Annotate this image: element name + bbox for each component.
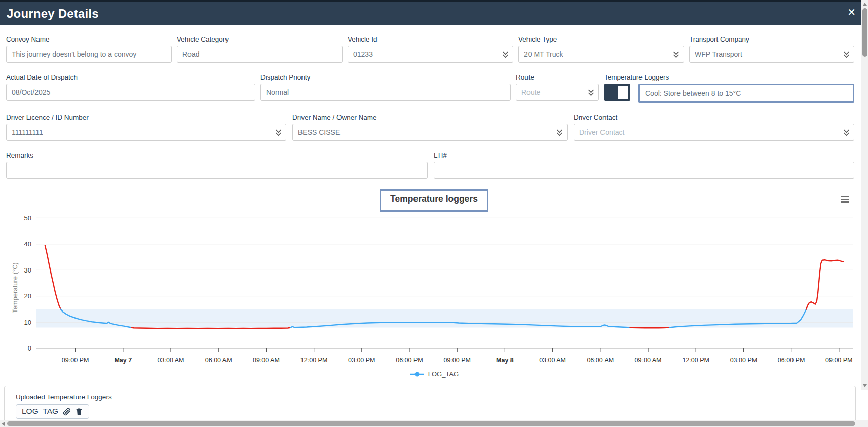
vehicle-type-label: Vehicle Type — [518, 35, 684, 43]
chevron-down-icon — [556, 129, 563, 136]
svg-text:06:00 AM: 06:00 AM — [205, 357, 232, 364]
svg-text:03:00 AM: 03:00 AM — [158, 357, 184, 364]
svg-text:40: 40 — [24, 240, 31, 248]
toggle-knob — [618, 86, 628, 99]
svg-text:09:00 PM: 09:00 PM — [825, 357, 853, 364]
remarks-input[interactable] — [12, 166, 423, 174]
svg-text:09:00 AM: 09:00 AM — [635, 357, 662, 364]
lti-field[interactable] — [434, 162, 854, 179]
form-row-3: Driver Licence / ID Number Driver Name /… — [6, 113, 854, 141]
dispatch-priority-input[interactable] — [266, 88, 506, 96]
route-select[interactable] — [516, 84, 599, 101]
form-row-4: Remarks LTI# — [6, 151, 854, 179]
driver-name-label: Driver Name / Owner Name — [292, 113, 568, 121]
driver-contact-select[interactable] — [574, 124, 854, 141]
convoy-name-label: Convoy Name — [6, 35, 172, 43]
scroll-left-icon[interactable] — [2, 422, 5, 426]
vehicle-category-label: Vehicle Category — [177, 35, 343, 43]
dispatch-priority-field[interactable] — [260, 84, 511, 101]
svg-text:03:00 PM: 03:00 PM — [348, 357, 375, 364]
vehicle-type-select[interactable] — [518, 46, 684, 63]
lti-input[interactable] — [439, 166, 850, 174]
dispatch-priority-label: Dispatch Priority — [260, 73, 511, 81]
driver-name-select[interactable] — [292, 124, 568, 141]
remarks-label: Remarks — [6, 151, 428, 159]
vehicle-id-select[interactable] — [348, 46, 513, 63]
chevron-down-icon — [843, 51, 850, 58]
driver-contact-label: Driver Contact — [574, 113, 854, 121]
svg-text:May 8: May 8 — [496, 357, 514, 364]
svg-text:06:00 PM: 06:00 PM — [778, 357, 805, 364]
page-title: Journey Details — [7, 7, 99, 21]
lti-label: LTI# — [434, 151, 854, 159]
logger-file-name: LOG_TAG — [22, 407, 58, 416]
chevron-down-icon — [275, 129, 282, 136]
convoy-name-field[interactable] — [6, 46, 172, 63]
form-row-2: Actual Date of Dispatch Dispatch Priorit… — [6, 73, 854, 103]
modal-header: Journey Details ✕ — [0, 2, 868, 25]
chevron-down-icon — [673, 51, 680, 58]
chart-menu-icon[interactable] — [841, 196, 849, 204]
svg-text:06:00 PM: 06:00 PM — [396, 357, 423, 364]
actual-date-field[interactable] — [6, 84, 255, 101]
vehicle-category-input[interactable] — [182, 50, 338, 58]
svg-text:09:00 PM: 09:00 PM — [62, 357, 89, 364]
svg-text:May 7: May 7 — [114, 357, 132, 364]
form-row-1: Convoy Name Vehicle Category Vehicle Id … — [6, 35, 854, 63]
horizontal-scrollbar[interactable] — [0, 420, 868, 427]
legend-marker-icon — [409, 371, 425, 377]
vehicle-category-field[interactable] — [177, 46, 343, 63]
temperature-chart: 01020304050Temperature (°C)09:00 PMMay 7… — [0, 212, 861, 369]
svg-text:20: 20 — [24, 292, 31, 300]
chevron-down-icon — [843, 129, 850, 136]
vehicle-type-input[interactable] — [524, 50, 670, 58]
close-icon[interactable]: ✕ — [847, 7, 856, 17]
chart-header: Temperature loggers — [0, 189, 868, 212]
temperature-loggers-field[interactable] — [638, 84, 854, 103]
svg-text:10: 10 — [24, 319, 31, 326]
remarks-field[interactable] — [6, 162, 428, 179]
chevron-down-icon — [502, 51, 509, 58]
transport-company-input[interactable] — [695, 50, 840, 58]
svg-text:50: 50 — [24, 214, 31, 222]
actual-date-input[interactable] — [12, 88, 251, 96]
driver-licence-label: Driver Licence / ID Number — [6, 113, 286, 121]
svg-text:12:00 PM: 12:00 PM — [300, 357, 328, 364]
vertical-scroll-thumb[interactable] — [862, 8, 867, 57]
svg-text:Temperature (°C): Temperature (°C) — [11, 262, 19, 313]
route-label: Route — [516, 73, 599, 81]
vehicle-id-input[interactable] — [353, 50, 499, 58]
vertical-scrollbar[interactable] — [861, 0, 868, 390]
driver-licence-input[interactable] — [12, 128, 272, 136]
svg-text:12:00 PM: 12:00 PM — [682, 357, 709, 364]
svg-text:30: 30 — [24, 266, 31, 274]
scroll-up-icon[interactable] — [863, 3, 867, 6]
chart-title: Temperature loggers — [380, 189, 488, 212]
trash-icon[interactable] — [75, 407, 83, 416]
actual-date-label: Actual Date of Dispatch — [6, 73, 255, 81]
chart-legend[interactable]: LOG_TAG — [0, 370, 868, 378]
svg-text:03:00 AM: 03:00 AM — [539, 357, 566, 364]
svg-text:09:00 PM: 09:00 PM — [443, 357, 471, 364]
transport-company-select[interactable] — [689, 46, 854, 63]
svg-text:06:00 AM: 06:00 AM — [587, 357, 614, 364]
scroll-down-icon[interactable] — [863, 384, 867, 387]
route-input[interactable] — [521, 88, 585, 96]
temperature-chart-svg: 01020304050Temperature (°C)09:00 PMMay 7… — [0, 212, 861, 367]
vehicle-id-label: Vehicle Id — [348, 35, 513, 43]
svg-text:03:00 PM: 03:00 PM — [730, 357, 758, 364]
legend-label: LOG_TAG — [428, 370, 459, 378]
temperature-loggers-toggle[interactable] — [604, 84, 630, 101]
convoy-name-input[interactable] — [12, 50, 167, 58]
svg-text:0: 0 — [28, 344, 31, 352]
driver-contact-input[interactable] — [579, 128, 840, 136]
horizontal-scroll-thumb[interactable] — [7, 421, 855, 426]
temperature-loggers-label: Temperature Loggers — [604, 73, 854, 81]
uploaded-loggers-label: Uploaded Temperature Loggers — [16, 393, 855, 401]
paperclip-icon[interactable] — [62, 407, 71, 416]
transport-company-label: Transport Company — [689, 35, 854, 43]
driver-licence-select[interactable] — [6, 124, 286, 141]
temperature-loggers-input[interactable] — [645, 89, 849, 97]
logger-file-chip[interactable]: LOG_TAG — [16, 404, 89, 419]
driver-name-input[interactable] — [298, 128, 553, 136]
